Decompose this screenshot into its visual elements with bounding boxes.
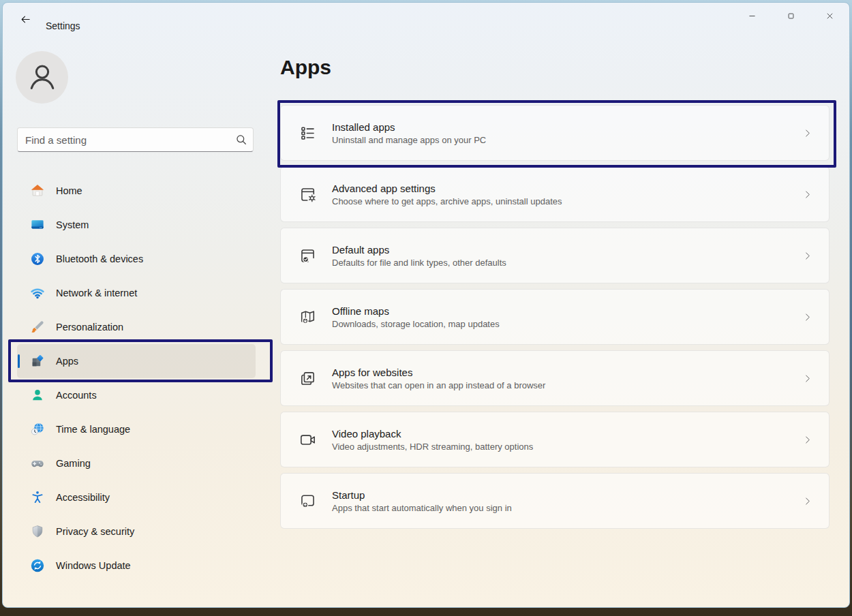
sidebar-item-system[interactable]: System [17, 208, 256, 242]
close-button[interactable] [810, 3, 849, 31]
maximize-button[interactable] [772, 3, 810, 31]
chevron-right-icon[interactable] [802, 312, 812, 322]
chevron-right-icon[interactable] [802, 496, 812, 506]
default-apps-icon [299, 247, 317, 265]
card-title: Apps for websites [332, 367, 545, 378]
card-apps-for-websites[interactable]: Apps for websites Websites that can open… [280, 350, 830, 406]
settings-window: Settings Home System Bluetooth & devices [2, 2, 850, 608]
back-arrow-icon [20, 14, 31, 28]
card-subtitle: Video adjustments, HDR streaming, batter… [332, 442, 533, 452]
minimize-button[interactable] [733, 3, 772, 31]
accounts-icon [30, 388, 45, 403]
sidebar-nav: Home System Bluetooth & devices Network … [17, 174, 256, 583]
search-input[interactable] [17, 127, 254, 152]
apps-websites-icon [299, 369, 317, 388]
sidebar-item-label: Apps [56, 356, 78, 367]
sidebar-item-label: Time & language [56, 424, 130, 435]
card-offline-maps[interactable]: Offline maps Downloads, storage location… [280, 289, 830, 345]
chevron-right-icon[interactable] [802, 251, 812, 261]
card-title: Startup [332, 489, 512, 501]
sidebar-item-accessibility[interactable]: Accessibility [17, 480, 256, 514]
sidebar-item-label: Accounts [56, 390, 97, 401]
titlebar: Settings [3, 3, 849, 35]
chevron-right-icon[interactable] [802, 128, 812, 138]
sidebar-item-personalization[interactable]: Personalization [17, 310, 256, 344]
offline-maps-icon [299, 308, 317, 326]
chevron-right-icon[interactable] [802, 373, 812, 384]
sidebar-item-privacy-security[interactable]: Privacy & security [17, 514, 256, 549]
sidebar-item-apps[interactable]: Apps [17, 344, 256, 378]
card-default-apps[interactable]: Default apps Defaults for file and link … [280, 228, 830, 283]
startup-icon [299, 492, 317, 510]
apps-icon [30, 354, 45, 369]
sidebar-item-label: Home [56, 185, 82, 196]
sidebar-item-accounts[interactable]: Accounts [17, 378, 256, 412]
card-title: Default apps [332, 244, 506, 256]
card-video-playback[interactable]: Video playback Video adjustments, HDR st… [280, 412, 830, 467]
home-icon [30, 183, 45, 198]
sidebar-item-label: Windows Update [56, 560, 131, 571]
back-button[interactable] [14, 12, 37, 29]
accessibility-icon [30, 490, 45, 505]
sidebar-item-label: Network & internet [56, 288, 137, 298]
sidebar-item-label: System [56, 219, 89, 230]
card-title: Installed apps [332, 121, 486, 133]
card-title: Advanced app settings [332, 183, 562, 194]
bluetooth-icon [30, 251, 45, 266]
card-startup[interactable]: Startup Apps that start automatically wh… [280, 473, 830, 529]
card-subtitle: Defaults for file and link types, other … [332, 258, 506, 268]
video-playback-icon [299, 431, 317, 449]
chevron-right-icon[interactable] [802, 435, 812, 445]
installed-apps-icon [299, 124, 317, 142]
chevron-right-icon[interactable] [802, 189, 812, 200]
card-installed-apps[interactable]: Installed apps Uninstall and manage apps… [280, 105, 830, 161]
sidebar-item-label: Privacy & security [56, 526, 134, 537]
sidebar-item-label: Gaming [56, 458, 91, 469]
system-icon [30, 217, 45, 232]
card-title: Offline maps [332, 305, 500, 317]
sidebar-item-time-language[interactable]: Time & language [17, 412, 256, 446]
personalization-icon [30, 320, 45, 335]
search-icon[interactable] [235, 134, 247, 146]
card-subtitle: Uninstall and manage apps on your PC [332, 135, 486, 145]
close-icon [825, 11, 835, 24]
window-controls [733, 3, 849, 31]
network-icon [30, 286, 45, 301]
sidebar-item-home[interactable]: Home [17, 174, 256, 208]
sidebar-item-network-internet[interactable]: Network & internet [17, 276, 256, 310]
maximize-icon [786, 11, 796, 24]
search-box [17, 127, 254, 152]
card-title: Video playback [332, 428, 533, 440]
card-subtitle: Choose where to get apps, archive apps, … [332, 196, 562, 206]
sidebar-item-windows-update[interactable]: Windows Update [17, 549, 256, 583]
card-subtitle: Websites that can open in an app instead… [332, 380, 545, 390]
app-title: Settings [46, 20, 80, 31]
person-icon [23, 57, 61, 98]
card-subtitle: Apps that start automatically when you s… [332, 503, 512, 513]
privacy-icon [30, 524, 45, 539]
gaming-icon [30, 456, 45, 471]
card-advanced-app-settings[interactable]: Advanced app settings Choose where to ge… [280, 166, 830, 222]
sidebar-item-gaming[interactable]: Gaming [17, 446, 256, 480]
advanced-apps-icon [299, 185, 317, 204]
sidebar-item-label: Accessibility [56, 492, 110, 503]
avatar [16, 51, 68, 104]
card-subtitle: Downloads, storage location, map updates [332, 319, 500, 329]
time-language-icon [30, 422, 45, 437]
page-title: Apps [280, 56, 331, 79]
minimize-icon [747, 11, 757, 24]
sidebar-item-label: Bluetooth & devices [56, 253, 143, 264]
settings-card-list: Installed apps Uninstall and manage apps… [280, 105, 830, 534]
sidebar-item-label: Personalization [56, 322, 123, 333]
sidebar-item-bluetooth-devices[interactable]: Bluetooth & devices [17, 242, 256, 276]
windows-update-icon [30, 558, 45, 573]
